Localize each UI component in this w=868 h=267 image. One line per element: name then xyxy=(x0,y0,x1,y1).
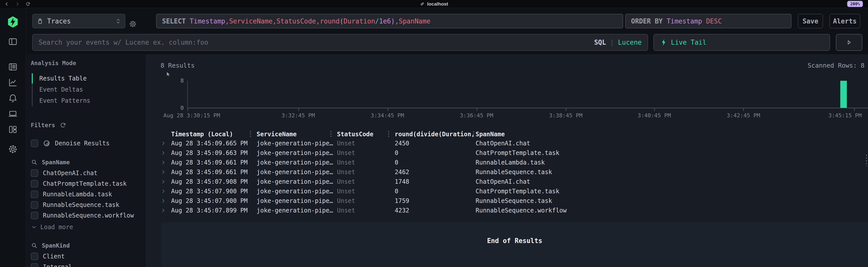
browser-forward-icon[interactable] xyxy=(14,1,20,7)
row-expand-chevron-icon[interactable] xyxy=(160,150,171,156)
results-count: 8 Results xyxy=(160,62,194,69)
sidebar-toggle-icon[interactable] xyxy=(7,36,19,47)
filter-item-internal[interactable]: Internal xyxy=(31,262,146,267)
source-settings-gear-icon[interactable] xyxy=(127,20,138,28)
checkbox[interactable] xyxy=(31,201,38,209)
x-axis-tick xyxy=(854,108,855,111)
live-tail-button[interactable]: Live Tail xyxy=(653,34,830,51)
analysis-mode-list: Results TableEvent DeltasEvent Patterns xyxy=(32,73,146,106)
filter-item-runnablelambda-task[interactable]: RunnableLambda.task xyxy=(31,189,146,199)
table-row[interactable]: Aug 28 3:45:09.661 PMjoke-generation-pip… xyxy=(146,158,868,167)
x-axis-label: 3:42:45 PM xyxy=(726,112,760,118)
x-axis-labels: Aug 28 3:30:15 PM3:32:45 PM3:34:45 PM3:3… xyxy=(187,112,868,120)
duration-cell: 0 xyxy=(395,150,475,157)
row-expand-chevron-icon[interactable] xyxy=(160,188,171,194)
live-tail-label: Live Tail xyxy=(671,38,707,46)
duration-cell: 1748 xyxy=(395,178,475,185)
checkbox[interactable] xyxy=(31,263,38,267)
filter-item-chatprompttemplate-task[interactable]: ChatPromptTemplate.task xyxy=(31,179,146,189)
span-cell: RunnableSequence.workflow xyxy=(475,207,868,214)
source-selector-label: Traces xyxy=(47,18,71,25)
filter-item-runnablesequence-workflow[interactable]: RunnableSequence.workflow xyxy=(31,210,146,221)
nav-alerts-bell-icon[interactable] xyxy=(7,92,19,104)
refresh-icon[interactable] xyxy=(59,122,67,129)
language-sql-toggle[interactable]: SQL xyxy=(594,38,606,46)
denoise-checkbox[interactable] xyxy=(31,139,38,147)
save-button[interactable]: Save xyxy=(798,14,823,28)
language-toggle: SQL | Lucene xyxy=(594,38,642,46)
filters-header: Filters xyxy=(31,122,146,129)
order-by-input[interactable]: ORDER BY Timestamp DESC xyxy=(625,14,792,28)
column-header-servicename[interactable]: ServiceName xyxy=(256,130,337,138)
app-logo[interactable] xyxy=(7,16,19,28)
span-cell: RunnableLambda.task xyxy=(475,159,868,166)
play-icon xyxy=(846,39,852,46)
denoise-toggle[interactable]: Denoise Results xyxy=(31,138,146,149)
service-cell: joke-generation-pipe… xyxy=(256,188,337,195)
source-selector[interactable]: Traces xyxy=(32,14,125,28)
table-row[interactable]: Aug 28 3:45:09.661 PMjoke-generation-pip… xyxy=(146,167,868,177)
load-more-spanname[interactable]: Load more xyxy=(31,222,146,232)
column-header-round-divide-duration[interactable]: round(divide(Duration, xyxy=(395,130,475,138)
row-expand-chevron-icon[interactable] xyxy=(160,160,171,165)
filter-item-label: ChatPromptTemplate.task xyxy=(43,180,126,187)
checkbox[interactable] xyxy=(31,252,38,260)
duration-cell: 2450 xyxy=(395,140,475,147)
x-axis-tick xyxy=(476,108,477,111)
filter-item-chatopenai-chat[interactable]: ChatOpenAI.chat xyxy=(31,168,146,179)
column-resize-handle[interactable] xyxy=(331,131,332,137)
histogram-bar[interactable] xyxy=(840,81,847,108)
row-expand-chevron-icon[interactable] xyxy=(160,169,171,175)
x-axis-tick xyxy=(388,108,388,111)
row-expand-chevron-icon[interactable] xyxy=(160,179,171,185)
browser-reload-icon[interactable] xyxy=(25,1,31,7)
language-lucene-toggle[interactable]: Lucene xyxy=(618,38,642,46)
table-row[interactable]: Aug 28 3:45:07.908 PMjoke-generation-pip… xyxy=(146,177,868,187)
table-row[interactable]: Aug 28 3:45:07.900 PMjoke-generation-pip… xyxy=(146,196,868,206)
nav-search-logs-icon[interactable] xyxy=(7,61,19,73)
row-expand-chevron-icon[interactable] xyxy=(160,198,171,204)
column-resize-handle[interactable] xyxy=(473,131,474,137)
analysis-mode-results-table[interactable]: Results Table xyxy=(33,73,146,84)
column-resize-handle[interactable] xyxy=(250,131,251,137)
table-row[interactable]: Aug 28 3:45:09.663 PMjoke-generation-pip… xyxy=(146,148,868,158)
load-more-label: Load more xyxy=(40,223,73,231)
chevron-down-icon xyxy=(31,224,37,231)
nav-sessions-laptop-icon[interactable] xyxy=(7,108,19,119)
duration-cell: 0 xyxy=(395,159,475,166)
nav-dashboards-icon[interactable] xyxy=(7,124,19,135)
analysis-mode-event-patterns[interactable]: Event Patterns xyxy=(33,95,146,106)
checkbox[interactable] xyxy=(31,180,38,187)
checkbox[interactable] xyxy=(31,169,38,177)
filter-item-client[interactable]: Client xyxy=(31,251,146,262)
zoom-badge[interactable]: 200% xyxy=(847,1,863,7)
alerts-button[interactable]: Alerts xyxy=(830,14,860,28)
browser-back-icon[interactable] xyxy=(4,1,9,7)
column-header-spanname[interactable]: SpanName xyxy=(475,130,868,138)
timestamp-cell: Aug 28 3:45:09.665 PM xyxy=(171,140,256,147)
address-bar[interactable]: localhost xyxy=(420,1,448,7)
nav-settings-gear-icon[interactable] xyxy=(7,143,19,155)
table-row[interactable]: Aug 28 3:45:07.900 PMjoke-generation-pip… xyxy=(146,187,868,196)
row-expand-chevron-icon[interactable] xyxy=(160,208,171,213)
analysis-mode-event-deltas[interactable]: Event Deltas xyxy=(33,84,146,95)
column-header-label: StatusCode xyxy=(337,131,373,138)
nav-chart-explorer-icon[interactable] xyxy=(7,77,19,88)
search-input[interactable]: Search your events w/ Lucene ex. column:… xyxy=(32,34,648,51)
table-row[interactable]: Aug 28 3:45:07.899 PMjoke-generation-pip… xyxy=(146,206,868,215)
run-query-button[interactable] xyxy=(836,34,862,51)
column-resize-handle[interactable] xyxy=(388,131,389,137)
column-header-label: Timestamp (Local) xyxy=(171,131,233,138)
span-cell: ChatPromptTemplate.task xyxy=(475,150,868,157)
column-header-statuscode[interactable]: StatusCode xyxy=(337,130,395,138)
filter-item-runnablesequence-task[interactable]: RunnableSequence.task xyxy=(31,199,146,210)
checkbox[interactable] xyxy=(31,190,38,198)
row-expand-chevron-icon[interactable] xyxy=(160,140,171,146)
service-cell: joke-generation-pipe… xyxy=(256,140,337,147)
sql-select-input[interactable]: SELECT Timestamp,ServiceName,StatusCode,… xyxy=(156,14,623,28)
checkbox[interactable] xyxy=(31,212,38,219)
status-cell: Unset xyxy=(337,159,395,166)
table-scrollbar[interactable] xyxy=(866,155,867,166)
table-row[interactable]: Aug 28 3:45:09.665 PMjoke-generation-pip… xyxy=(146,138,868,148)
column-header-timestamp-local[interactable]: Timestamp (Local) xyxy=(171,130,256,138)
